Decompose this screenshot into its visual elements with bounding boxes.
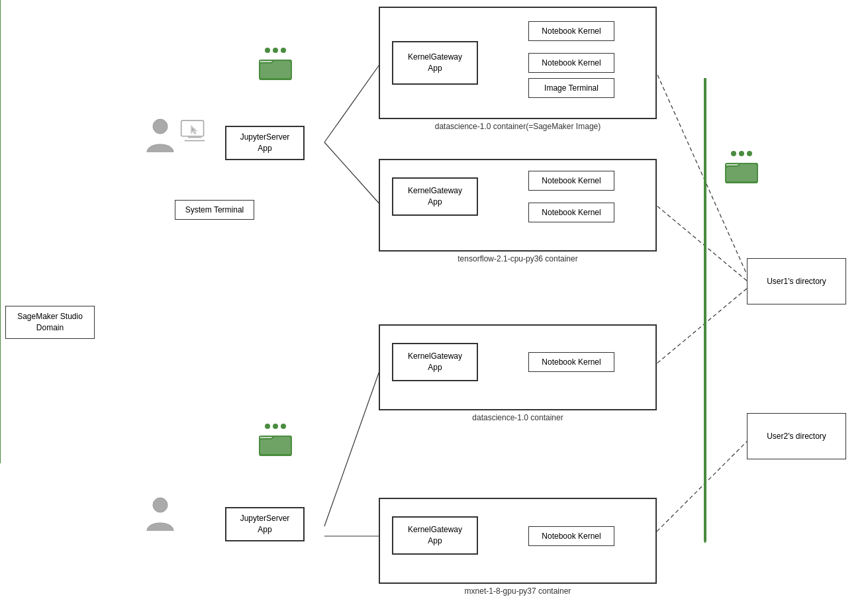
- notebook-kernel-2a: Notebook Kernel: [528, 171, 614, 191]
- user1-app-icon: [258, 48, 293, 80]
- efs-green-bar: [704, 78, 706, 541]
- user1-directory-label: User1's directory: [767, 276, 826, 287]
- svg-point-19: [153, 119, 168, 134]
- kernelgateway-app3: KernelGatewayApp: [392, 343, 478, 381]
- notebook-kernel-3: Notebook Kernel: [528, 352, 614, 372]
- svg-point-24: [153, 498, 168, 512]
- notebook-kernel-4: Notebook Kernel: [528, 526, 614, 546]
- kernelgateway-app1: KernelGatewayApp: [392, 41, 478, 85]
- user1-computer-icon: [180, 119, 209, 147]
- notebook-kernel-1b-label: Notebook Kernel: [542, 58, 601, 69]
- user2-directory-label: User2's directory: [767, 431, 826, 442]
- jupyterserver-app2-label: JupyterServerApp: [240, 513, 290, 535]
- kernelgateway-app3-label: KernelGatewayApp: [408, 351, 462, 373]
- kernelgateway-app4: KernelGatewayApp: [392, 516, 478, 555]
- svg-line-14: [324, 367, 381, 526]
- sagemaker-domain: SageMaker StudioDomain: [5, 306, 95, 339]
- sagemaker-domain-label: SageMaker StudioDomain: [17, 311, 83, 334]
- notebook-kernel-4-label: Notebook Kernel: [542, 531, 601, 542]
- svg-rect-16: [0, 0, 1, 463]
- jupyterserver-app2: JupyterServerApp: [225, 507, 305, 541]
- kernelgateway-app2-label: KernelGatewayApp: [408, 185, 462, 208]
- notebook-kernel-2b-label: Notebook Kernel: [542, 207, 601, 218]
- user1-person-icon: [144, 118, 176, 158]
- svg-line-11: [652, 437, 751, 536]
- container2-label: tensorflow-2.1-cpu-py36 container: [379, 254, 657, 263]
- user1-directory: User1's directory: [747, 258, 846, 304]
- kernelgateway-app1-label: KernelGatewayApp: [408, 52, 462, 74]
- svg-line-9: [652, 202, 751, 285]
- notebook-kernel-2b: Notebook Kernel: [528, 203, 614, 222]
- notebook-kernel-2a-label: Notebook Kernel: [542, 175, 601, 187]
- user2-directory: User2's directory: [747, 413, 846, 459]
- container1-label: datascience-1.0 container(=SageMaker Ima…: [379, 122, 657, 131]
- svg-line-10: [652, 285, 751, 367]
- notebook-kernel-1a-label: Notebook Kernel: [542, 26, 601, 37]
- kernelgateway-app4-label: KernelGatewayApp: [408, 524, 462, 547]
- container4-label: mxnet-1-8-gpu-py37 container: [379, 586, 657, 596]
- user2-person-icon: [144, 496, 176, 536]
- notebook-kernel-1a: Notebook Kernel: [528, 21, 614, 41]
- user2-app-icon: [258, 424, 293, 456]
- image-terminal: Image Terminal: [528, 78, 614, 98]
- image-terminal-label: Image Terminal: [544, 83, 599, 94]
- notebook-kernel-1b: Notebook Kernel: [528, 53, 614, 73]
- jupyterserver-app1: JupyterServerApp: [225, 126, 305, 160]
- efs-icon: [724, 151, 759, 183]
- container3-label: datascience-1.0 container: [379, 413, 657, 422]
- jupyterserver-app1-label: JupyterServerApp: [240, 132, 290, 154]
- system-terminal-label: System Terminal: [185, 205, 244, 216]
- system-terminal: System Terminal: [175, 200, 254, 220]
- svg-line-1: [324, 63, 381, 142]
- kernelgateway-app2: KernelGatewayApp: [392, 177, 478, 216]
- svg-line-2: [324, 142, 381, 205]
- notebook-kernel-3-label: Notebook Kernel: [542, 357, 601, 368]
